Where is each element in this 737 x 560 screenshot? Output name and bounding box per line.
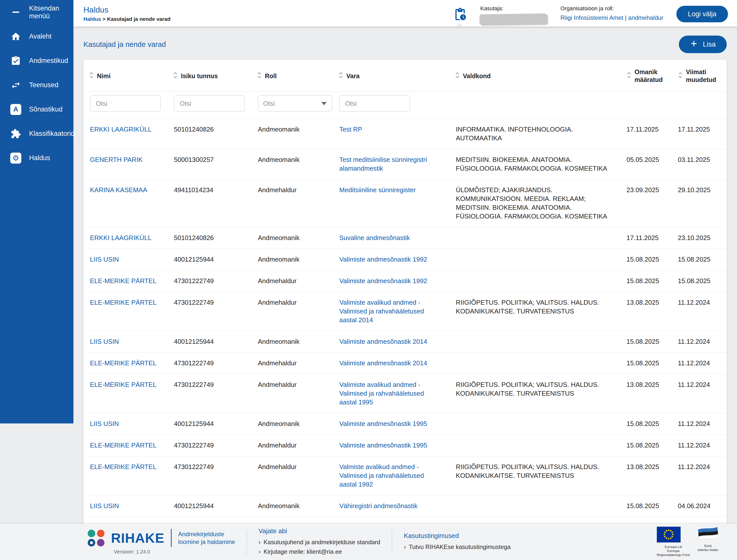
sidebar-item-andmestikud[interactable]: Andmestikud — [0, 49, 73, 73]
user-name-link[interactable]: LIIS USIN — [90, 420, 119, 427]
sidebar-item-haldus[interactable]: ⚙ Haldus — [0, 146, 73, 170]
add-button[interactable]: Lisa — [679, 36, 727, 53]
terms-link[interactable]: ›Tutvu RIHAKEse kasutustingimustega — [404, 542, 510, 552]
cell-owner-date: 17.11.202511:48 — [621, 119, 672, 149]
column-header-roll[interactable]: Roll — [251, 60, 333, 91]
cell-owner-date: 17.11.202511:48 — [621, 227, 672, 249]
user-name-link[interactable]: GENERTH PARIK — [90, 156, 143, 163]
search-input-isiku-tunnus[interactable] — [174, 95, 245, 111]
cell-modified-date: 11.12.202411:57 — [672, 353, 727, 374]
table-row: ELE-MERIKE PÄRTEL47301222749AndmehaldurV… — [83, 353, 727, 374]
redacted-user-name — [480, 14, 548, 25]
cell-person-code: 50101240826 — [167, 227, 251, 249]
vara-link[interactable]: Valimiste avalikud andmed - Valimised ja… — [339, 381, 424, 406]
column-header-vara[interactable]: Vara — [333, 60, 449, 91]
help-link-manual[interactable]: ›Kasutusjuhend ja andmekirjelduse standa… — [259, 537, 380, 547]
cell-owner-date: 13.08.202513:28 — [621, 292, 672, 331]
user-name-link[interactable]: ELE-MERIKE PÄRTEL — [90, 463, 156, 471]
user-name-link[interactable]: ELE-MERIKE PÄRTEL — [90, 299, 156, 306]
cell-vara: Valmiste avalikud andmed - Valimised ja … — [333, 456, 449, 495]
table-row: ELE-MERIKE PÄRTEL47301222749AndmehaldurV… — [83, 374, 727, 413]
cell-owner-date: 23.09.202514:59 — [621, 179, 672, 227]
eu-flag-logo: Euroopa Liit Euroopa Regionaalarengu Fon… — [657, 527, 690, 557]
user-name-link[interactable]: ELE-MERIKE PÄRTEL — [90, 441, 156, 449]
help-link-email[interactable]: ›Kirjutage meile: klient@ria.ee — [259, 547, 380, 556]
table-row: LIIS USIN40012125944AndmeomanikValimiste… — [83, 331, 727, 353]
vara-link[interactable]: Valimiste andmesõnastik 2014 — [339, 359, 427, 367]
user-name-link[interactable]: ERKKI LAAGRIKÜLL — [90, 234, 152, 242]
cell-vara: Valimiste andmesõnastik 1995 — [333, 413, 449, 434]
user-name-link[interactable]: ELE-MERIKE PÄRTEL — [90, 381, 156, 388]
cell-valdkond: RIIGIÕPETUS. POLIITIKA; VALITSUS. HALDUS… — [449, 374, 621, 413]
vara-link[interactable]: Test meditsiinilise sünniregistri alaman… — [339, 156, 427, 172]
cell-modified-date: 17.11.202511:29 — [672, 119, 727, 149]
vara-link[interactable]: Valimiste avalikud andmed - Valimised ja… — [339, 299, 424, 324]
vara-link[interactable]: Valimiste andmesõnastik 1992 — [339, 277, 427, 285]
cell-name: LIIS USIN — [83, 331, 167, 352]
sidebar-item-klassifikaatorid[interactable]: Klassifikaatorid — [0, 122, 73, 146]
cell-role: Andmeomanik — [251, 149, 333, 179]
rihake-logo-text: RIHAKE — [111, 530, 164, 546]
table-body: ERKKI LAAGRIKÜLL50101240826AndmeomanikTe… — [83, 119, 727, 560]
vara-link[interactable]: Suvaline andmesõnastik — [339, 234, 410, 242]
vara-link[interactable]: Valimiste andmesõnastik 1995 — [339, 441, 427, 449]
vara-link[interactable]: Valimiste andmesõnastik 1992 — [339, 256, 427, 263]
user-name-link[interactable]: LIIS USIN — [90, 338, 119, 345]
cell-owner-date: 15.08.202513:43 — [621, 435, 672, 456]
cell-vara: Meditsiiniline sünniregister — [333, 179, 449, 227]
cell-role: Andmehaldur — [251, 353, 333, 374]
cell-owner-date: 15.08.202513:43 — [621, 353, 672, 374]
sidebar-item-collapse[interactable]: Kitsendan menüü — [0, 0, 73, 24]
column-header-omanik-maaratud[interactable]: Omanik määratud — [621, 60, 672, 91]
cell-owner-date: 13.08.202513:28 — [621, 456, 672, 495]
breadcrumb-separator: > — [102, 16, 106, 22]
cell-modified-date: 15.08.202513:45 — [672, 249, 727, 270]
cell-person-code: 50101240826 — [167, 119, 251, 149]
vara-link[interactable]: Meditsiiniline sünniregister — [339, 186, 416, 194]
search-input-nimi[interactable] — [90, 95, 161, 111]
cell-valdkond: INFORMAATIKA. INFOTEHNOLOOGIA. AUTOMAATI… — [449, 119, 621, 149]
user-name-link[interactable]: LIIS USIN — [90, 502, 119, 510]
column-header-valdkond[interactable]: Valdkond — [449, 60, 621, 91]
vara-link[interactable]: Valimiste andmesõnastik 1995 — [339, 420, 427, 427]
sidebar-item-avaleht[interactable]: Avaleht — [0, 24, 73, 49]
cell-owner-date: 05.05.202514:46 — [621, 149, 672, 179]
table-header-row: NimiIsiku tunnusRollVaraValdkondOmanik m… — [83, 60, 727, 91]
sidebar-item-sonastikud[interactable]: A Sõnastikud — [0, 97, 73, 122]
vara-link[interactable]: Test RP — [339, 126, 362, 133]
search-input-vara[interactable] — [339, 95, 410, 111]
cell-person-code: 47301222749 — [167, 292, 251, 331]
cell-vara: Valimiste andmesõnastik 2014 — [333, 331, 449, 352]
column-header-isiku-tunnus[interactable]: Isiku tunnus — [167, 60, 251, 91]
cell-valdkond — [449, 435, 621, 456]
user-name-link[interactable]: ELE-MERIKE PÄRTEL — [90, 277, 156, 285]
cell-valdkond: MEDITSIIN. BIOKEEMIA. ANATOOMIA. FÜSIOLO… — [449, 149, 621, 179]
clipboard-clock-icon[interactable] — [453, 7, 467, 22]
vara-link[interactable]: Valmiste avalikud andmed - Valimised ja … — [339, 463, 424, 488]
table-row: ELE-MERIKE PÄRTEL47301222749AndmehaldurV… — [83, 435, 727, 456]
table-row: ELE-MERIKE PÄRTEL47301222749AndmehaldurV… — [83, 456, 727, 495]
table-row: GENERTH PARIK50001300257AndmeomanikTest … — [83, 149, 727, 179]
sidebar-item-label: Avaleht — [29, 33, 52, 40]
column-header-nimi[interactable]: Nimi — [83, 60, 167, 91]
vara-link[interactable]: Vähiregistri andmesõnastik — [339, 502, 417, 510]
search-select-roll[interactable]: Otsi — [258, 95, 332, 111]
sidebar-item-label: Sõnastikud — [29, 105, 63, 113]
column-header-viimati-muudetud[interactable]: Viimati muudetud — [672, 60, 727, 91]
add-button-label: Lisa — [703, 40, 716, 48]
vara-link[interactable]: Valimiste andmesõnastik 2014 — [339, 338, 427, 345]
logout-button[interactable]: Logi välja — [676, 6, 728, 22]
org-label: Organisatsioon ja roll: — [560, 5, 663, 12]
breadcrumb-link-haldus[interactable]: Haldus — [83, 16, 101, 22]
cell-valdkond — [449, 227, 621, 249]
help-title: Vajate abi — [259, 527, 380, 535]
sidebar-item-label: Andmestikud — [29, 57, 68, 65]
cell-role: Andmehaldur — [251, 292, 333, 331]
cell-role: Andmeomanik — [251, 119, 333, 149]
user-name-link[interactable]: ELE-MERIKE PÄRTEL — [90, 359, 156, 367]
org-role-link[interactable]: Riigi Infosüsteemi Amet | andmehaldur — [560, 14, 663, 21]
sidebar-item-teenused[interactable]: Teenused — [0, 73, 73, 97]
user-name-link[interactable]: LIIS USIN — [90, 256, 119, 263]
user-name-link[interactable]: ERKKI LAAGRIKÜLL — [90, 126, 152, 133]
user-name-link[interactable]: KARINA KASEMAA — [90, 186, 147, 194]
